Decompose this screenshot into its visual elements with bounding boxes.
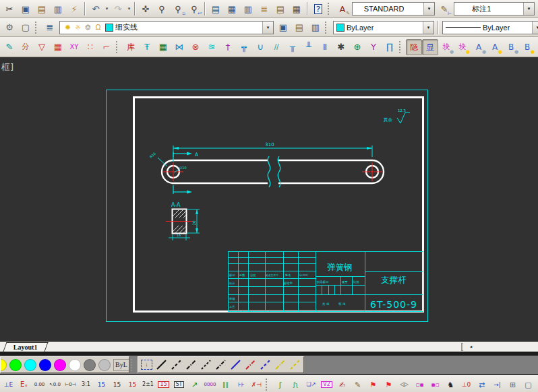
dim-15-blue-icon[interactable]: 15 bbox=[94, 377, 109, 392]
sketch-pen-icon[interactable]: ✎ bbox=[1, 39, 18, 55]
leader-coord-icon[interactable]: ↖0.0 bbox=[47, 377, 63, 392]
dim-style-dropdown-icon[interactable] bbox=[523, 3, 534, 15]
dim-15-red-icon[interactable]: 15 bbox=[125, 377, 140, 392]
mirror-icon[interactable]: ◁▷ bbox=[396, 377, 412, 392]
dim-15-box-icon[interactable]: 15 bbox=[156, 377, 171, 392]
linetype-dashdot-red-icon[interactable] bbox=[243, 358, 258, 372]
sheetset-icon[interactable]: ≣ bbox=[256, 1, 272, 17]
zoom-realtime-icon[interactable]: ⚲ bbox=[154, 1, 170, 17]
linetype-dashdot2-icon[interactable] bbox=[214, 358, 228, 372]
hatch-lines-icon[interactable]: // bbox=[268, 39, 285, 55]
panel-small-icon[interactable]: ▥ bbox=[240, 1, 256, 17]
block-bulb-on-icon[interactable]: 块● bbox=[454, 39, 471, 55]
flag-icon[interactable]: ⚑ bbox=[365, 377, 381, 392]
color-dropdown-icon[interactable] bbox=[423, 22, 434, 34]
library-icon[interactable]: 库 bbox=[123, 39, 139, 55]
make-object-layer-current-icon[interactable]: ▣ bbox=[275, 20, 291, 36]
xy-icon[interactable]: XY bbox=[66, 39, 82, 55]
select-rect-icon[interactable]: ▢ bbox=[520, 377, 536, 392]
dim-x-icon[interactable]: ✗⊣ bbox=[249, 377, 264, 392]
color-white-dot[interactable] bbox=[69, 359, 81, 371]
layer-combo[interactable]: ✺☼❂Ω 细实线 bbox=[59, 21, 274, 34]
tab-layout1[interactable]: Layout1 bbox=[3, 342, 48, 352]
sprocket-icon[interactable]: ✱ bbox=[333, 39, 349, 55]
spring-icon[interactable]: ≋ bbox=[204, 39, 220, 55]
layer-split-icon[interactable]: 分 bbox=[18, 39, 34, 55]
layer-plot-icon[interactable]: ❂ bbox=[83, 22, 93, 34]
a-bulb-off-icon[interactable]: A● bbox=[471, 39, 487, 55]
toolbar-grip[interactable] bbox=[266, 379, 270, 391]
block-jump-icon[interactable]: ❏↗ bbox=[303, 377, 319, 392]
precision-icon[interactable]: 0.00 bbox=[32, 377, 47, 392]
linetype-dashed-blue-icon[interactable] bbox=[258, 358, 272, 372]
circles-icon[interactable]: ∷ bbox=[82, 39, 98, 55]
u-pipe-icon[interactable]: ∪ bbox=[252, 39, 268, 55]
bolt2-icon[interactable]: Υ bbox=[365, 39, 382, 55]
dim-ratio-icon[interactable]: 3:1 bbox=[78, 377, 94, 392]
layer-lock-icon[interactable]: Ω bbox=[93, 22, 103, 34]
linetype-dashed-yellow-icon[interactable] bbox=[288, 358, 302, 372]
toolbar-grip[interactable] bbox=[116, 41, 120, 53]
linetype-dashed-icon[interactable] bbox=[169, 358, 183, 372]
color-lightgray-dot[interactable] bbox=[98, 359, 111, 371]
calculator-icon[interactable]: ▦ bbox=[289, 1, 305, 17]
leader-arrow-icon[interactable]: ↗ bbox=[187, 377, 202, 392]
color-blue-dot[interactable] bbox=[39, 359, 51, 371]
dim-rail-icon[interactable]: ⊦⊦ bbox=[233, 377, 249, 392]
paste-icon[interactable]: ▤ bbox=[34, 1, 50, 17]
paste-block-icon[interactable]: ▥ bbox=[50, 1, 66, 17]
markup-set-icon[interactable]: ▤ bbox=[272, 1, 289, 17]
rails-icon[interactable]: ∥∥ bbox=[218, 377, 233, 392]
dim-style-combo[interactable]: 标注1 bbox=[454, 2, 535, 15]
pan-icon[interactable]: ✜ bbox=[138, 1, 154, 17]
bracket-icon[interactable]: ∏ bbox=[382, 39, 398, 55]
tee3-pipe-icon[interactable]: ╨ bbox=[301, 39, 317, 55]
properties-panel-icon[interactable]: ▤ bbox=[208, 1, 224, 17]
filter-delete-icon[interactable]: ▽ bbox=[34, 39, 50, 55]
tee2-pipe-icon[interactable]: ╥ bbox=[285, 39, 301, 55]
viewport-icon[interactable]: ▢ bbox=[18, 20, 34, 36]
curve-s2-icon[interactable]: ʃʅ bbox=[288, 377, 303, 392]
dim-zero-icon[interactable]: ⊢0⊣ bbox=[63, 377, 78, 392]
exy-icon[interactable]: Eₓ bbox=[16, 377, 32, 392]
linetype-select-icon[interactable]: ↓ bbox=[140, 358, 154, 372]
toolbar-grip[interactable] bbox=[35, 22, 39, 34]
layer-dropdown-icon[interactable] bbox=[262, 22, 273, 34]
dim-15-icon[interactable]: 15 bbox=[109, 377, 125, 392]
copy-icon[interactable]: ▣ bbox=[18, 1, 34, 17]
layer-bulb-icon[interactable]: ✺ bbox=[63, 22, 73, 34]
gear-icon[interactable]: ⚙ bbox=[1, 20, 18, 36]
arc-corner-icon[interactable]: ⌐ bbox=[98, 39, 115, 55]
linetype-dropdown-icon[interactable] bbox=[532, 22, 538, 34]
drawing-canvas[interactable]: 框] bbox=[0, 57, 538, 341]
counter-icon[interactable]: 0000 bbox=[202, 377, 218, 392]
pipe-joint-icon[interactable]: ⋈ bbox=[171, 39, 187, 55]
brush-ring-icon[interactable]: ✍ bbox=[334, 377, 350, 392]
layer-states-icon[interactable]: ▥ bbox=[307, 20, 324, 36]
undo-icon[interactable]: ↶ bbox=[88, 1, 104, 17]
color-green-dot[interactable] bbox=[9, 359, 22, 371]
undo-caret[interactable] bbox=[104, 1, 110, 16]
dim-st-icon[interactable]: ST bbox=[171, 377, 187, 392]
wheel-icon[interactable]: ⊗ bbox=[187, 39, 204, 55]
flag2-icon[interactable]: ⚑ bbox=[381, 377, 396, 392]
text-style-combo[interactable]: STANDARD bbox=[352, 2, 435, 15]
block-grid-icon[interactable]: ▦ bbox=[50, 39, 66, 55]
toolbar-grip[interactable] bbox=[399, 41, 403, 53]
window-block-icon[interactable]: ▦ bbox=[155, 39, 171, 55]
bolt-icon[interactable]: † bbox=[220, 39, 236, 55]
v2-icon[interactable]: V2 bbox=[319, 377, 334, 392]
dim-style-icon[interactable]: ✎⊢ bbox=[436, 1, 452, 17]
linetype-dashdot-icon[interactable] bbox=[184, 358, 198, 372]
tool-palettes-icon[interactable]: ▦ bbox=[224, 1, 240, 17]
cut-icon[interactable]: ✂ bbox=[1, 1, 18, 17]
linetype-combo[interactable]: ByLayer bbox=[442, 21, 538, 34]
coupling-icon[interactable]: Ⅱ bbox=[317, 39, 333, 55]
b-bulb-off-icon[interactable]: B● bbox=[503, 39, 519, 55]
layer-freeze-icon[interactable]: ☼ bbox=[73, 22, 83, 34]
zoom-previous-icon[interactable]: ⚲↩ bbox=[186, 1, 202, 17]
color-magenta-dot[interactable] bbox=[54, 359, 66, 371]
block-bulb-off-icon[interactable]: 块● bbox=[438, 39, 454, 55]
datum-zero-icon[interactable]: ⊥0 bbox=[458, 377, 474, 392]
layer-previous-icon[interactable]: ▤ bbox=[291, 20, 307, 36]
